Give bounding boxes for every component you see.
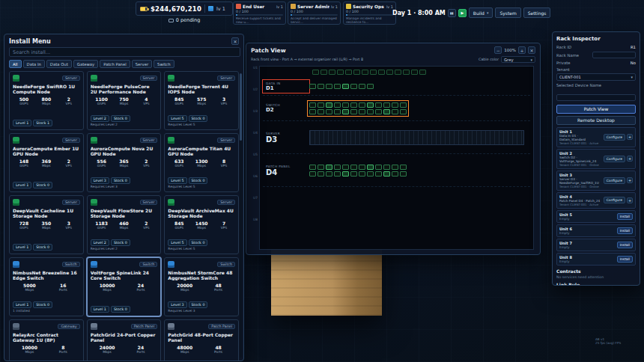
install-card[interactable]: ServerAuroraCompute Nova 2U GPU Node556G…: [87, 133, 162, 192]
rail-port[interactable]: [403, 70, 410, 75]
port[interactable]: [375, 171, 382, 177]
port[interactable]: [334, 84, 341, 89]
port[interactable]: [367, 109, 374, 114]
remote-desktop-button[interactable]: Remote Desktop: [556, 116, 636, 125]
port[interactable]: [392, 171, 398, 177]
port[interactable]: [367, 84, 374, 89]
filter-chip-all[interactable]: All: [9, 60, 22, 68]
port[interactable]: [309, 171, 316, 177]
port[interactable]: [392, 102, 398, 108]
rail-port[interactable]: [378, 70, 385, 75]
rail-port[interactable]: [370, 70, 377, 75]
port[interactable]: [383, 171, 390, 177]
port[interactable]: [318, 102, 324, 108]
port[interactable]: [400, 165, 407, 170]
zoom-in-button[interactable]: +: [518, 46, 526, 54]
cable-color-select[interactable]: Grey ▾: [501, 56, 535, 63]
port[interactable]: [334, 171, 341, 177]
port[interactable]: [326, 165, 332, 170]
rail-port[interactable]: [386, 70, 393, 75]
port[interactable]: [350, 102, 357, 108]
install-card[interactable]: ServerNeedleForge Torrent 4U IOPS Node84…: [164, 71, 239, 130]
port[interactable]: [375, 102, 382, 108]
port[interactable]: [309, 165, 316, 170]
install-card[interactable]: ServerDeepVault ArchiveMax 4U Storage No…: [164, 195, 239, 254]
port[interactable]: [392, 109, 398, 114]
configure-button[interactable]: Configure: [604, 177, 625, 184]
port[interactable]: [334, 102, 341, 108]
install-card[interactable]: SwitchNimbusNet StormCore 48 Aggregation…: [164, 257, 239, 316]
port[interactable]: [383, 109, 390, 114]
filter-chip-switch[interactable]: Switch: [154, 60, 174, 68]
port[interactable]: [342, 165, 349, 170]
role-card-server-admin[interactable]: Server Admin lv 1 0 / 100 Accept and del…: [288, 1, 341, 25]
port[interactable]: [375, 165, 382, 170]
rail-port[interactable]: [362, 70, 368, 75]
role-card-end-user[interactable]: End User lv 1 0 / 100 Receive support ti…: [233, 1, 286, 25]
port[interactable]: [318, 84, 324, 89]
rail-port[interactable]: [353, 70, 360, 75]
port[interactable]: [350, 165, 357, 170]
install-card[interactable]: Patch PanelPatchGrid 48-Port Copper Pane…: [164, 319, 239, 361]
port[interactable]: [326, 102, 332, 108]
expand-button[interactable]: +: [627, 177, 633, 183]
zoom-out-button[interactable]: −: [494, 46, 502, 54]
filter-chip-gateway[interactable]: Gateway: [73, 60, 98, 68]
install-card[interactable]: ServerDeepVault FlowStore 2U Storage Nod…: [87, 195, 162, 254]
filter-chip-data-out[interactable]: Data Out: [46, 60, 72, 68]
tenant-select[interactable]: CLIENT-001 ▾: [556, 73, 636, 81]
configure-button[interactable]: Configure: [604, 197, 625, 203]
system-button[interactable]: System: [495, 7, 520, 18]
port[interactable]: [342, 84, 349, 89]
port[interactable]: [309, 84, 316, 89]
install-menu-close-button[interactable]: ✕: [231, 37, 239, 45]
install-button[interactable]: Install: [617, 213, 633, 220]
expand-button[interactable]: +: [627, 197, 633, 203]
port[interactable]: [350, 84, 357, 89]
rail-port[interactable]: [345, 70, 352, 75]
settings-button[interactable]: Settings: [523, 7, 551, 18]
install-button[interactable]: Install: [617, 242, 633, 248]
port[interactable]: [367, 165, 374, 170]
port[interactable]: [334, 165, 341, 170]
install-card[interactable]: ServerNeedleForge SwiftRO 1U Compute Nod…: [9, 71, 84, 130]
port[interactable]: [318, 165, 324, 170]
port[interactable]: [383, 165, 390, 170]
install-card[interactable]: SwitchNimbusNet Breezeline 16 Edge Switc…: [9, 257, 84, 316]
role-card-security-ops[interactable]: Security Ops lv 1 0 / 100 Manage inciden…: [343, 1, 396, 25]
install-card[interactable]: ServerAuroraCompute Ember 1U GPU Node148…: [9, 133, 84, 192]
patch-canvas[interactable]: DATA IND1SWITCHD2SERVERD3PATCH PANELD4: [259, 66, 534, 250]
port[interactable]: [359, 171, 365, 177]
search-input[interactable]: [9, 47, 240, 57]
port[interactable]: [326, 109, 332, 114]
port[interactable]: [359, 84, 365, 89]
port[interactable]: [342, 109, 349, 114]
port[interactable]: [309, 109, 316, 114]
port[interactable]: [309, 102, 316, 108]
port[interactable]: [326, 171, 332, 177]
port[interactable]: [350, 171, 357, 177]
build-dropdown[interactable]: Build ▾: [469, 7, 493, 18]
port[interactable]: [383, 102, 390, 108]
selected-device-input[interactable]: [556, 94, 636, 101]
port[interactable]: [392, 165, 398, 170]
port[interactable]: [350, 109, 357, 114]
port[interactable]: [359, 102, 365, 108]
install-button[interactable]: Install: [617, 227, 633, 234]
configure-button[interactable]: Configure: [604, 156, 625, 162]
port[interactable]: [359, 165, 365, 170]
install-card[interactable]: ServerAuroraCompute Titan 4U GPU Node633…: [164, 133, 239, 192]
rail-port[interactable]: [312, 70, 319, 75]
rail-port[interactable]: [395, 70, 401, 75]
port[interactable]: [342, 171, 349, 177]
install-card[interactable]: SwitchVoltForge SpineLink 24 Core Switch…: [87, 257, 162, 316]
patch-view-close-button[interactable]: ✕: [528, 46, 535, 54]
port[interactable]: [334, 109, 341, 114]
patch-view-button[interactable]: Patch View: [556, 105, 636, 114]
rail-port[interactable]: [419, 70, 426, 75]
install-card[interactable]: GatewayRelayArc Contract Gateway 1U (8P)…: [9, 319, 84, 361]
filter-chip-server[interactable]: Server: [132, 60, 152, 68]
port[interactable]: [400, 102, 407, 108]
filter-chip-patch-panel[interactable]: Patch Panel: [100, 60, 130, 68]
port[interactable]: [359, 109, 365, 114]
